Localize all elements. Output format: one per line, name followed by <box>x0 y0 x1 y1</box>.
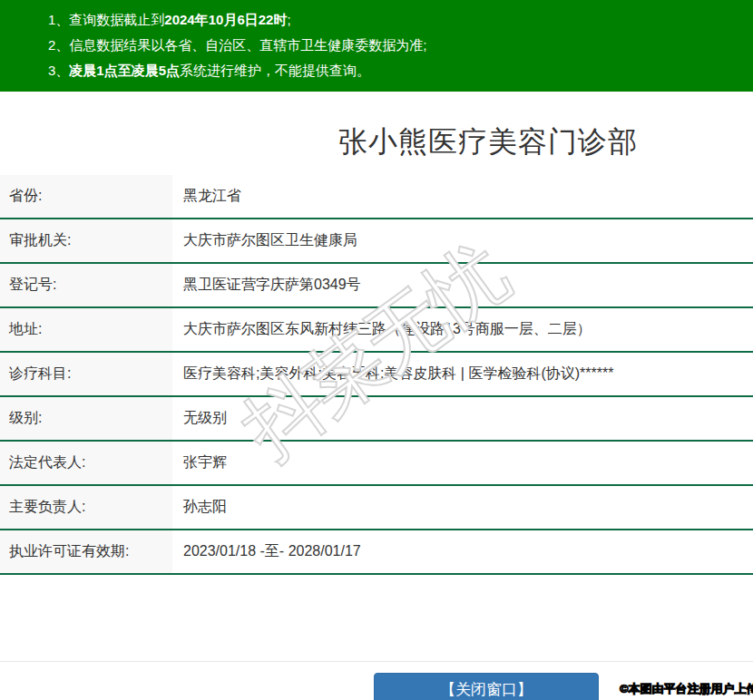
table-row: 地址:大庆市萨尔图区东风新村纬三路（建设路13号商服一层、二层） <box>0 308 753 353</box>
notice-text: ; <box>287 12 290 27</box>
row-label: 法定代表人: <box>0 442 172 484</box>
row-value: 大庆市萨尔图区东风新村纬三路（建设路13号商服一层、二层） <box>172 308 753 351</box>
table-row: 审批机关:大庆市萨尔图区卫生健康局 <box>0 219 753 264</box>
table-row: 执业许可证有效期:2023/01/18 -至- 2028/01/17 <box>0 530 753 575</box>
row-value: 医疗美容科;美容外科;美容牙科;美容皮肤科 | 医学检验科(协议)****** <box>172 353 753 395</box>
table-row: 法定代表人:张宇辉 <box>0 442 753 486</box>
table-row: 诊疗科目:医疗美容科;美容外科;美容牙科;美容皮肤科 | 医学检验科(协议)**… <box>0 353 753 397</box>
notice-banner: 1、查询数据截止到2024年10月6日22时; 2、信息数据结果以各省、自治区、… <box>0 0 753 92</box>
row-value: 2023/01/18 -至- 2028/01/17 <box>172 530 753 573</box>
row-label: 地址: <box>0 308 172 351</box>
row-label: 登记号: <box>0 264 172 306</box>
table-row: 登记号:黑卫医证营字庆萨第0349号 <box>0 264 753 308</box>
notice-line-2: 2、信息数据结果以各省、自治区、直辖市卫生健康委数据为准; <box>48 33 735 58</box>
row-value: 黑龙江省 <box>172 175 753 218</box>
table-row: 主要负责人:孙志阳 <box>0 486 753 530</box>
row-label: 审批机关: <box>0 219 172 262</box>
notice-number: 1、 <box>48 12 69 27</box>
page-title: 张小熊医疗美容门诊部 <box>112 124 753 159</box>
notice-text: 信息数据结果以各省、自治区、直辖市卫生健康委数据为准; <box>69 37 426 53</box>
notice-text: 查询数据截止到 <box>69 12 164 27</box>
row-value: 黑卫医证营字庆萨第0349号 <box>172 264 753 306</box>
row-label: 省份: <box>0 175 172 218</box>
copyright-watermark: ©本图由平台注册用户上传 <box>620 681 753 697</box>
notice-text-bold: 2024年10月6日22时 <box>164 12 287 27</box>
notice-line-3: 3、凌晨1点至凌晨5点系统进行维护，不能提供查询。 <box>48 58 735 83</box>
row-value: 大庆市萨尔图区卫生健康局 <box>172 219 753 262</box>
close-window-button[interactable]: 【关闭窗口】 <box>374 673 599 700</box>
title-row: 张小熊医疗美容门诊部 <box>0 124 753 159</box>
row-value: 无级别 <box>172 397 753 440</box>
info-table: 省份:黑龙江省审批机关:大庆市萨尔图区卫生健康局登记号:黑卫医证营字庆萨第034… <box>0 175 753 575</box>
row-label: 诊疗科目: <box>0 353 172 395</box>
row-label: 级别: <box>0 397 172 440</box>
notice-number: 3、 <box>48 63 69 78</box>
footer-divider <box>0 661 753 662</box>
query-result-page: 1、查询数据截止到2024年10月6日22时; 2、信息数据结果以各省、自治区、… <box>0 0 753 700</box>
notice-text-bold: 凌晨1点至凌晨5点 <box>69 63 180 78</box>
notice-line-1: 1、查询数据截止到2024年10月6日22时; <box>48 7 735 33</box>
row-value: 张宇辉 <box>172 442 753 484</box>
notice-number: 2、 <box>48 37 69 53</box>
row-label: 主要负责人: <box>0 486 172 529</box>
row-value: 孙志阳 <box>172 486 753 529</box>
table-row: 省份:黑龙江省 <box>0 175 753 219</box>
table-row: 级别:无级别 <box>0 397 753 442</box>
row-label: 执业许可证有效期: <box>0 530 172 573</box>
notice-text: 系统进行维护，不能提供查询。 <box>180 63 370 78</box>
